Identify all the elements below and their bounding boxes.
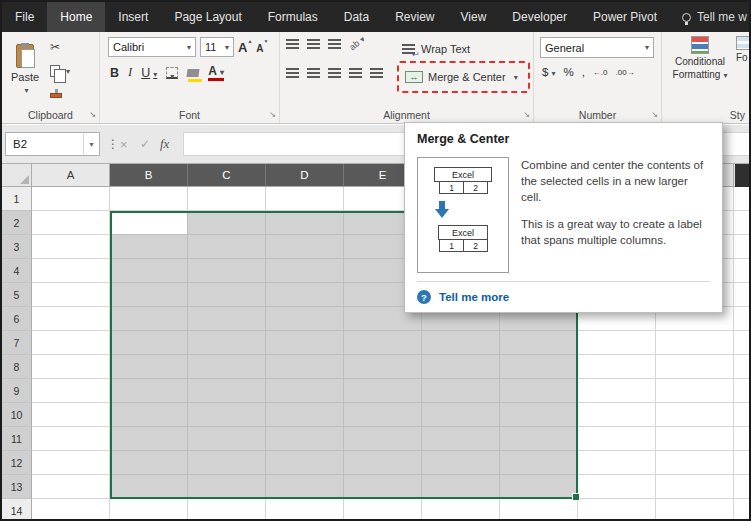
cell-F9[interactable]: [422, 379, 500, 403]
column-header-B[interactable]: B: [110, 164, 188, 187]
column-header-C[interactable]: C: [188, 164, 266, 187]
cell-A11[interactable]: [32, 427, 110, 451]
cell-B7[interactable]: [110, 331, 188, 355]
paste-button[interactable]: Paste: [6, 36, 44, 102]
cell-E10[interactable]: [344, 403, 422, 427]
align-right-button[interactable]: [328, 68, 341, 78]
font-color-button[interactable]: A: [208, 65, 224, 81]
cell-D3[interactable]: [266, 235, 344, 259]
cell-H13[interactable]: [578, 475, 656, 499]
cell-B14[interactable]: [110, 499, 188, 519]
number-format-combo[interactable]: General ▾: [540, 37, 654, 58]
tab-insert[interactable]: Insert: [105, 2, 161, 32]
cell-B2[interactable]: [110, 211, 188, 235]
cell-B1[interactable]: [110, 187, 188, 211]
row-header-8[interactable]: 8: [2, 355, 32, 379]
cell-J9[interactable]: [734, 379, 749, 403]
row-header-2[interactable]: 2: [2, 211, 32, 235]
cell-A12[interactable]: [32, 451, 110, 475]
cell-G12[interactable]: [500, 451, 578, 475]
cell-F14[interactable]: [422, 499, 500, 519]
cell-C6[interactable]: [188, 307, 266, 331]
row-header-14[interactable]: 14: [2, 499, 32, 519]
row-header-5[interactable]: 5: [2, 283, 32, 307]
cell-D5[interactable]: [266, 283, 344, 307]
font-name-combo[interactable]: Calibri ▾: [108, 37, 196, 57]
align-center-button[interactable]: [307, 68, 320, 78]
orientation-button[interactable]: ab: [347, 36, 364, 52]
cell-G9[interactable]: [500, 379, 578, 403]
cancel-button[interactable]: ×: [120, 137, 128, 152]
bottom-align-button[interactable]: [328, 39, 341, 49]
font-size-combo[interactable]: 11 ▾: [200, 37, 234, 57]
tab-home[interactable]: Home: [47, 2, 105, 32]
row-header-10[interactable]: 10: [2, 403, 32, 427]
cell-B5[interactable]: [110, 283, 188, 307]
cell-J3[interactable]: [734, 235, 749, 259]
cell-G13[interactable]: [500, 475, 578, 499]
conditional-formatting-button[interactable]: Conditional Formatting: [668, 36, 732, 80]
cell-H11[interactable]: [578, 427, 656, 451]
cell-B6[interactable]: [110, 307, 188, 331]
cell-H12[interactable]: [578, 451, 656, 475]
cell-D1[interactable]: [266, 187, 344, 211]
fill-color-button[interactable]: [187, 69, 200, 77]
cell-J13[interactable]: [734, 475, 749, 499]
cell-D6[interactable]: [266, 307, 344, 331]
cell-D8[interactable]: [266, 355, 344, 379]
cell-E9[interactable]: [344, 379, 422, 403]
cell-A10[interactable]: [32, 403, 110, 427]
cell-D7[interactable]: [266, 331, 344, 355]
cell-A6[interactable]: [32, 307, 110, 331]
merge-center-button[interactable]: ↔ Merge & Center: [402, 65, 524, 89]
tell-me-box[interactable]: Tell me w: [682, 2, 749, 32]
cell-D11[interactable]: [266, 427, 344, 451]
cell-F8[interactable]: [422, 355, 500, 379]
cell-F11[interactable]: [422, 427, 500, 451]
tab-page-layout[interactable]: Page Layout: [161, 2, 254, 32]
alignment-dialog-launcher[interactable]: ↘: [523, 110, 530, 119]
number-dialog-launcher[interactable]: ↘: [651, 110, 658, 119]
cell-B11[interactable]: [110, 427, 188, 451]
row-header-7[interactable]: 7: [2, 331, 32, 355]
cell-C5[interactable]: [188, 283, 266, 307]
row-header-13[interactable]: 13: [2, 475, 32, 499]
cell-D9[interactable]: [266, 379, 344, 403]
top-align-button[interactable]: [286, 39, 299, 49]
cell-B12[interactable]: [110, 451, 188, 475]
cell-J4[interactable]: [734, 259, 749, 283]
cell-A9[interactable]: [32, 379, 110, 403]
cell-A3[interactable]: [32, 235, 110, 259]
tab-formulas[interactable]: Formulas: [255, 2, 331, 32]
cell-G11[interactable]: [500, 427, 578, 451]
cell-I11[interactable]: [656, 427, 734, 451]
cell-D10[interactable]: [266, 403, 344, 427]
row-header-11[interactable]: 11: [2, 427, 32, 451]
cell-J2[interactable]: [734, 211, 749, 235]
clipboard-dialog-launcher[interactable]: ↘: [89, 110, 96, 119]
cell-F12[interactable]: [422, 451, 500, 475]
cell-C9[interactable]: [188, 379, 266, 403]
cell-C11[interactable]: [188, 427, 266, 451]
cell-B3[interactable]: [110, 235, 188, 259]
cell-F7[interactable]: [422, 331, 500, 355]
cell-I8[interactable]: [656, 355, 734, 379]
comma-style-button[interactable]: ,: [582, 66, 585, 78]
cell-D4[interactable]: [266, 259, 344, 283]
format-painter-button[interactable]: [50, 86, 70, 104]
row-header-12[interactable]: 12: [2, 451, 32, 475]
increase-indent-button[interactable]: [370, 68, 383, 78]
cell-B4[interactable]: [110, 259, 188, 283]
tab-data[interactable]: Data: [331, 2, 382, 32]
cell-C1[interactable]: [188, 187, 266, 211]
column-header-A[interactable]: A: [32, 164, 110, 187]
cell-E14[interactable]: [344, 499, 422, 519]
cell-I9[interactable]: [656, 379, 734, 403]
cell-E8[interactable]: [344, 355, 422, 379]
cell-A8[interactable]: [32, 355, 110, 379]
cell-G14[interactable]: [500, 499, 578, 519]
cell-C7[interactable]: [188, 331, 266, 355]
tab-developer[interactable]: Developer: [499, 2, 580, 32]
name-box[interactable]: B2 ▾: [5, 132, 100, 156]
cell-D2[interactable]: [266, 211, 344, 235]
